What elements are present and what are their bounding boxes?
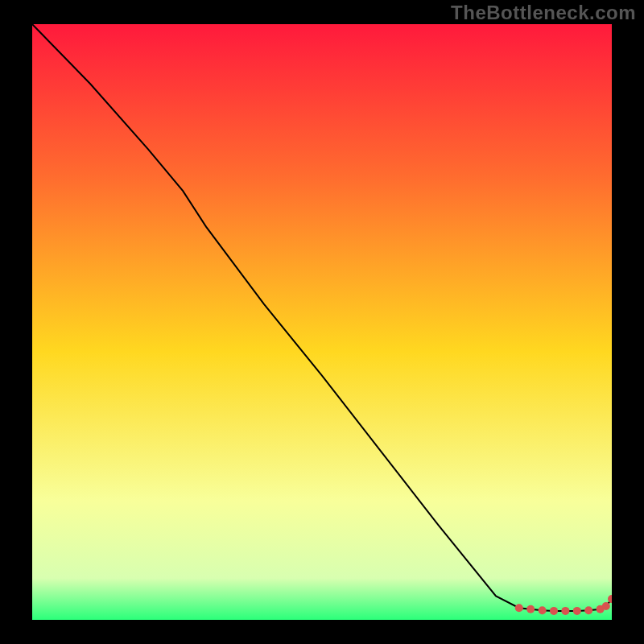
watermark-text: TheBottleneck.com xyxy=(451,2,636,24)
marker-point xyxy=(602,602,610,610)
plot-area xyxy=(32,24,612,620)
marker-point xyxy=(550,607,558,615)
marker-point xyxy=(573,607,581,615)
marker-point xyxy=(526,605,535,613)
marker-point xyxy=(584,606,592,614)
chart-svg xyxy=(32,24,612,620)
marker-point xyxy=(539,606,547,614)
marker-point xyxy=(515,604,523,612)
marker-point xyxy=(561,607,569,615)
gradient-background xyxy=(32,24,612,620)
chart-container: TheBottleneck.com xyxy=(0,0,644,644)
